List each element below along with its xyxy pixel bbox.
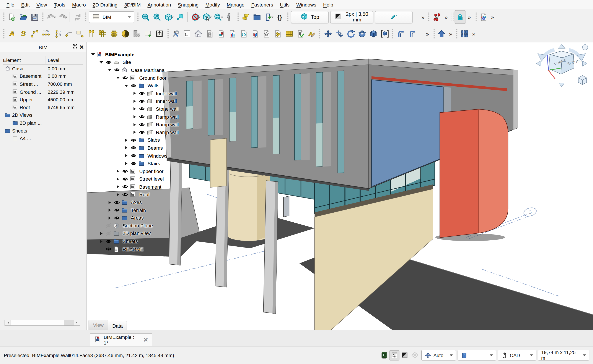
- visibility-eye-icon[interactable]: [137, 106, 146, 112]
- menu-help[interactable]: Help: [320, 1, 337, 9]
- table-row[interactable]: Casa ...0,00 mm: [3, 65, 83, 72]
- label-button[interactable]: [74, 27, 85, 40]
- scrollbar-thumb[interactable]: [11, 320, 64, 325]
- table-row[interactable]: Basement0,00 mm: [3, 72, 83, 80]
- tree-item-stairs[interactable]: Stairs: [90, 160, 179, 167]
- toolbar-drag-handle[interactable]: [286, 12, 289, 22]
- tilt-down-triangle[interactable]: [559, 83, 564, 87]
- visibility-eye-icon[interactable]: [129, 161, 138, 167]
- axis-system-button[interactable]: [97, 27, 108, 40]
- tree-expander-icon[interactable]: [98, 59, 104, 65]
- tree-item-inner-wall[interactable]: Inner wall: [90, 90, 179, 98]
- shapestring-button[interactable]: S: [17, 27, 29, 40]
- schedule-door-button[interactable]: [204, 27, 215, 40]
- menu-macro[interactable]: Macro: [69, 1, 89, 9]
- column-level[interactable]: Level: [45, 57, 83, 63]
- code-view-button[interactable]: [238, 27, 249, 40]
- layers-button[interactable]: [260, 27, 272, 40]
- menu-3d-bim[interactable]: 3D/BIM: [121, 1, 144, 9]
- toolbar-drag-handle[interactable]: [451, 12, 453, 22]
- visibility-eye-icon[interactable]: [129, 83, 138, 89]
- tree-expander-icon[interactable]: [132, 122, 137, 127]
- visibility-eye-icon[interactable]: [129, 153, 138, 159]
- visibility-eye-icon[interactable]: [137, 91, 146, 97]
- tree-item-section-plane[interactable]: ASection Plane: [90, 222, 179, 229]
- toolbar-drag-handle[interactable]: [318, 28, 321, 39]
- select-mode-button[interactable]: [375, 11, 413, 23]
- table-row[interactable]: A4 ...: [3, 135, 83, 143]
- clone-button[interactable]: [356, 27, 368, 40]
- toolbar-overflow-chevron[interactable]: »: [420, 14, 426, 20]
- tree-item-sheets[interactable]: Sheets: [90, 237, 179, 245]
- toolbar-overflow-chevron[interactable]: »: [470, 30, 477, 37]
- menu-tools[interactable]: Tools: [51, 1, 69, 9]
- mouse-mode-combo[interactable]: CAD: [498, 350, 536, 361]
- spreadsheet-button[interactable]: [283, 27, 294, 40]
- toolbar-drag-handle[interactable]: [2, 12, 5, 22]
- sync-view-button[interactable]: [212, 10, 223, 24]
- tree-expander-icon[interactable]: [123, 137, 129, 143]
- visibility-eye-icon[interactable]: [129, 137, 138, 143]
- toolbar-drag-handle[interactable]: [455, 28, 458, 39]
- fit-selection-button[interactable]: [151, 10, 163, 24]
- ifc-document-button[interactable]: [478, 10, 489, 24]
- view-options-circle[interactable]: [582, 45, 588, 50]
- toolbar-drag-handle[interactable]: [2, 28, 5, 39]
- tree-expander-icon[interactable]: [123, 145, 129, 151]
- annotation-style-button[interactable]: A: [120, 27, 131, 40]
- tree-expander-icon[interactable]: [107, 199, 112, 205]
- annotation-edit-button[interactable]: A: [306, 27, 317, 40]
- workbench-selector[interactable]: BIM: [89, 11, 134, 23]
- toolbar-overflow-chevron[interactable]: »: [466, 14, 473, 20]
- 2d-view-button[interactable]: [174, 10, 185, 24]
- tree-expander-icon[interactable]: [107, 215, 112, 221]
- horizontal-dimension-button[interactable]: 1.00: [40, 27, 51, 40]
- table-header[interactable]: ElementLevel: [3, 56, 83, 65]
- bim-setup-button[interactable]: [170, 27, 181, 40]
- visibility-eye-icon[interactable]: [137, 129, 146, 135]
- visibility-hidden-eye-icon[interactable]: [104, 230, 113, 236]
- recessed-tan-wall[interactable]: [210, 138, 227, 188]
- views-top-button[interactable]: Top: [291, 11, 329, 23]
- visibility-eye-icon[interactable]: [112, 215, 121, 221]
- section-2d-button[interactable]: [249, 27, 260, 40]
- working-plane-view-button[interactable]: [181, 27, 193, 40]
- ifc-export-button[interactable]: [262, 10, 274, 24]
- tree-item-areas[interactable]: Areas: [90, 214, 179, 222]
- menu-view[interactable]: View: [33, 1, 50, 9]
- toolbar-overflow-chevron[interactable]: »: [447, 30, 454, 37]
- move-button[interactable]: [322, 27, 333, 40]
- tree-expander-icon[interactable]: [115, 192, 120, 197]
- visibility-eye-icon[interactable]: [121, 75, 130, 81]
- tree-item-windows[interactable]: Windows: [90, 152, 179, 160]
- visibility-eye-icon[interactable]: [137, 122, 146, 128]
- tree-item-axes[interactable]: Axes: [90, 199, 179, 206]
- visibility-eye-icon[interactable]: [121, 176, 130, 182]
- tab-data[interactable]: Data: [108, 321, 127, 331]
- offset-2d-button[interactable]: [406, 27, 418, 40]
- material-report-button[interactable]: [215, 27, 227, 40]
- tree-expander-icon[interactable]: [123, 153, 129, 158]
- tree-item-2d-plan-view[interactable]: 2D plan view: [90, 229, 179, 237]
- bim-parts-button[interactable]: [240, 10, 251, 24]
- redo-button[interactable]: [56, 10, 68, 24]
- scroll-right-button[interactable]: [74, 320, 80, 325]
- tree-expander-icon[interactable]: [132, 106, 137, 112]
- tree-expander-icon[interactable]: [123, 161, 129, 166]
- toolbar-overflow-chevron[interactable]: »: [443, 14, 450, 20]
- tree-item-beams[interactable]: Beams: [90, 144, 179, 152]
- tree-expander-icon[interactable]: [98, 238, 104, 244]
- document-tab[interactable]: BIMExample : 1* ✕: [90, 333, 153, 346]
- tree-item-ground-floor[interactable]: Ground floor: [90, 74, 179, 82]
- measure-button[interactable]: [223, 10, 235, 24]
- panel-horizontal-scrollbar[interactable]: [5, 320, 80, 326]
- tree-item-casa-martirana[interactable]: Casa Martirana: [90, 66, 179, 74]
- tab-close-icon[interactable]: ✕: [143, 337, 148, 343]
- visibility-eye-icon[interactable]: [104, 59, 113, 65]
- menu-utils[interactable]: Utils: [277, 1, 293, 9]
- view-size-combo[interactable]: 19,74 m x 11,25 m: [538, 350, 589, 361]
- visibility-eye-icon[interactable]: [121, 168, 130, 174]
- open-button[interactable]: [17, 10, 29, 24]
- menu-edit[interactable]: Edit: [18, 1, 33, 9]
- window-button[interactable]: [153, 27, 165, 40]
